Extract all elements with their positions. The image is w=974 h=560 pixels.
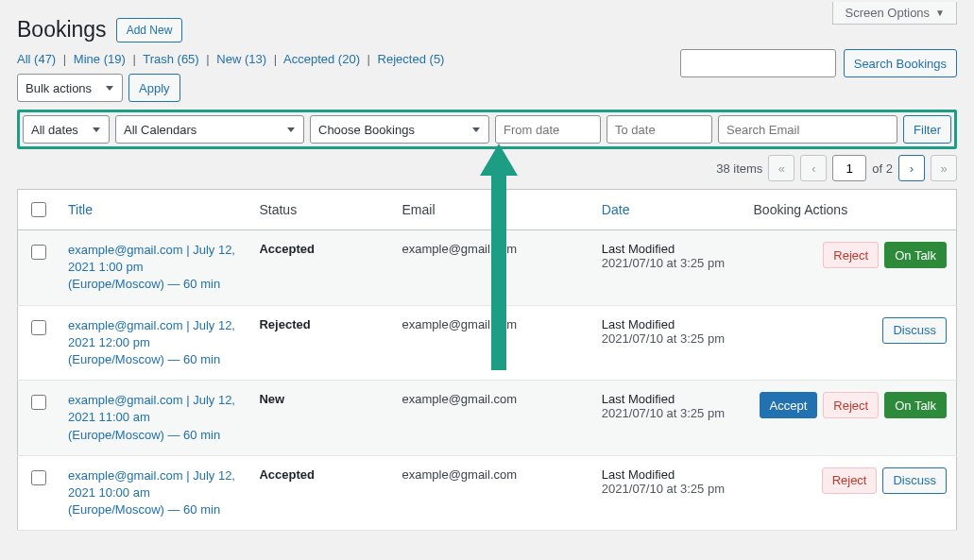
bulk-actions-select[interactable]: Bulk actions	[17, 74, 123, 102]
pagination: 38 items « ‹ of 2 › »	[17, 155, 957, 181]
reject-button[interactable]: Reject	[822, 467, 878, 494]
filter-new[interactable]: New (13)	[216, 52, 266, 66]
screen-options-toggle[interactable]: Screen Options ▼	[832, 2, 957, 25]
table-row: example@gmail.com | July 12, 2021 11:00 …	[18, 381, 957, 456]
on-talk-button[interactable]: On Talk	[884, 242, 947, 268]
filter-rejected[interactable]: Rejected (5)	[378, 52, 445, 66]
table-row: example@gmail.com | July 12, 2021 10:00 …	[18, 455, 957, 531]
discuss-button[interactable]: Discuss	[882, 317, 947, 344]
status-badge: New	[259, 392, 284, 406]
to-date-input[interactable]	[607, 115, 712, 144]
filter-trash[interactable]: Trash (65)	[143, 52, 199, 66]
booking-date: Last Modified2021/07/10 at 3:25 pm	[592, 305, 744, 381]
from-date-input[interactable]	[495, 115, 601, 144]
pagination-prev[interactable]: ‹	[800, 155, 827, 181]
booking-date: Last Modified2021/07/10 at 3:25 pm	[592, 455, 744, 531]
filter-accepted[interactable]: Accepted (20)	[283, 52, 360, 66]
booking-email: example@gmail.com	[393, 381, 592, 456]
search-input[interactable]	[680, 49, 836, 77]
search-email-input[interactable]	[718, 115, 897, 144]
pagination-current-input[interactable]	[832, 155, 866, 181]
row-checkbox[interactable]	[31, 470, 46, 485]
booking-email: example@gmail.com	[393, 230, 592, 306]
filter-button[interactable]: Filter	[903, 115, 951, 144]
pagination-of-total: of 2	[872, 161, 893, 176]
filter-mine[interactable]: Mine (19)	[74, 52, 126, 66]
booking-title-link[interactable]: example@gmail.com | July 12, 2021 10:00 …	[68, 467, 240, 519]
col-status: Status	[249, 190, 392, 230]
col-email: Email	[393, 190, 592, 230]
row-checkbox[interactable]	[31, 395, 46, 410]
booking-title-link[interactable]: example@gmail.com | July 12, 2021 12:00 …	[68, 317, 240, 369]
apply-bulk-button[interactable]: Apply	[128, 74, 180, 102]
accept-button[interactable]: Accept	[760, 392, 818, 418]
status-badge: Rejected	[259, 317, 310, 331]
booking-title-link[interactable]: example@gmail.com | July 12, 2021 11:00 …	[68, 392, 240, 444]
booking-date: Last Modified2021/07/10 at 3:25 pm	[592, 381, 744, 456]
page-title: Bookings	[17, 17, 107, 42]
col-actions: Booking Actions	[744, 190, 957, 230]
pagination-first[interactable]: «	[768, 155, 795, 181]
on-talk-button[interactable]: On Talk	[884, 392, 947, 418]
reject-button[interactable]: Reject	[823, 242, 879, 268]
pagination-last[interactable]: »	[931, 155, 957, 181]
table-row: example@gmail.com | July 12, 2021 1:00 p…	[18, 230, 957, 306]
pagination-next[interactable]: ›	[898, 155, 925, 181]
booking-date: Last Modified2021/07/10 at 3:25 pm	[592, 230, 744, 306]
bookings-table: Title Status Email Date Booking Actions …	[17, 189, 957, 531]
filter-dates-select[interactable]: All dates	[23, 115, 110, 144]
screen-options-label: Screen Options	[845, 6, 930, 20]
filter-calendars-select[interactable]: All Calendars	[115, 115, 304, 144]
select-all-checkbox[interactable]	[31, 202, 46, 217]
row-checkbox[interactable]	[31, 245, 46, 260]
row-checkbox[interactable]	[31, 320, 46, 335]
filter-bookings-select[interactable]: Choose Bookings	[310, 115, 489, 144]
col-date[interactable]: Date	[592, 190, 744, 230]
booking-title-link[interactable]: example@gmail.com | July 12, 2021 1:00 p…	[68, 242, 240, 294]
search-bookings-button[interactable]: Search Bookings	[844, 49, 957, 77]
filter-all[interactable]: All (47)	[17, 52, 56, 66]
reject-button[interactable]: Reject	[823, 392, 879, 418]
status-badge: Accepted	[259, 467, 315, 482]
caret-down-icon: ▼	[935, 8, 945, 18]
pagination-count: 38 items	[716, 161, 762, 176]
status-badge: Accepted	[259, 242, 315, 256]
add-new-button[interactable]: Add New	[116, 18, 183, 42]
booking-email: example@gmail.com	[393, 305, 592, 381]
discuss-button[interactable]: Discuss	[882, 467, 947, 494]
col-title[interactable]: Title	[59, 190, 249, 230]
table-row: example@gmail.com | July 12, 2021 12:00 …	[18, 305, 957, 381]
filter-bar: All dates All Calendars Choose Bookings …	[17, 110, 957, 149]
booking-email: example@gmail.com	[393, 455, 592, 531]
